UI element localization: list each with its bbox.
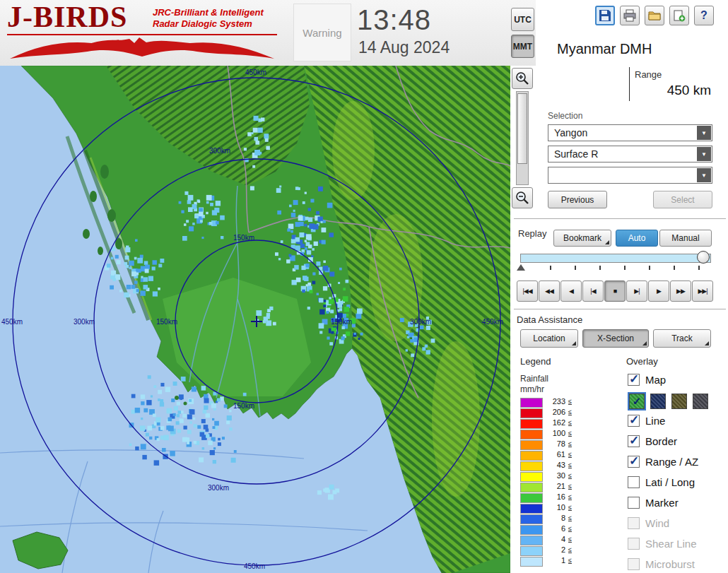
checkbox[interactable] <box>628 497 640 509</box>
range-ring-label: 150km <box>233 402 254 410</box>
checkbox[interactable] <box>628 374 640 386</box>
overlay-item-wind[interactable]: Wind <box>628 516 728 536</box>
range-ring-label: 450km <box>244 562 265 570</box>
extra-dropdown[interactable]: ▼ <box>548 167 712 184</box>
bookmark-button[interactable]: Bookmark <box>553 230 611 247</box>
overlay-item-range-az[interactable]: Range / AZ <box>628 454 728 475</box>
replay-slider-thumb[interactable] <box>697 251 710 264</box>
zoom-in-button[interactable] <box>512 68 533 89</box>
legend-row: 8≤ <box>520 514 605 524</box>
checkbox[interactable] <box>628 538 640 550</box>
overlay-item-lati-long[interactable]: Lati / Long <box>628 475 728 495</box>
site-dropdown-value: Yangon <box>554 127 587 138</box>
legend-color-swatch <box>520 461 543 471</box>
playback-button-2[interactable]: ◀ <box>560 280 582 302</box>
legend-value: 206 <box>547 408 565 416</box>
zoom-out-button[interactable] <box>512 187 533 208</box>
print-button[interactable] <box>620 6 640 25</box>
open-button[interactable] <box>645 6 664 25</box>
chevron-down-icon[interactable]: ▼ <box>697 126 711 140</box>
chevron-down-icon[interactable]: ▼ <box>697 147 711 161</box>
legend-value: 1 <box>547 556 565 565</box>
range-value: 450 km <box>621 83 711 98</box>
clock-time: 13:48 <box>357 4 431 36</box>
replay-slider-track[interactable] <box>520 254 711 263</box>
legend-value: 21 <box>547 482 565 490</box>
legend-scale: 233≤206≤162≤100≤78≤61≤43≤30≤21≤16≤10≤8≤6… <box>520 397 605 567</box>
slider-tick <box>575 266 576 270</box>
legend-lte-sign: ≤ <box>568 546 572 553</box>
select-button[interactable]: Select <box>653 191 712 208</box>
legend-color-swatch <box>520 493 543 503</box>
playback-controls: |◀◀◀◀◀|◀■▶|▶▶▶▶▶| <box>517 280 716 302</box>
data-assistance-label: Data Assistance <box>517 314 582 325</box>
range-ring-label: 150km <box>233 234 254 242</box>
previous-button[interactable]: Previous <box>548 191 607 208</box>
chevron-down-icon[interactable]: ▼ <box>697 168 711 182</box>
radar-map[interactable]: 450km300km150km450km300km150km150km300km… <box>0 66 510 573</box>
overlay-item-marker[interactable]: Marker <box>628 495 728 516</box>
utc-button[interactable]: UTC <box>511 8 534 31</box>
playback-button-6[interactable]: ▶ <box>648 280 669 302</box>
range-ring-label: 150km <box>156 318 177 326</box>
auto-button[interactable]: Auto <box>616 230 658 247</box>
warning-label: Warning <box>303 27 341 39</box>
legend-lte-sign: ≤ <box>568 440 572 447</box>
legend-lte-sign: ≤ <box>568 514 572 521</box>
legend-lte-sign: ≤ <box>568 408 572 415</box>
map-style-dark-gray[interactable] <box>693 394 708 409</box>
checkbox[interactable] <box>628 415 640 427</box>
mmt-button[interactable]: MMT <box>511 35 534 58</box>
location-button[interactable]: Location <box>520 329 578 348</box>
checkbox[interactable] <box>628 517 640 529</box>
legend-color-swatch <box>520 546 543 556</box>
legend-lte-sign: ≤ <box>568 536 572 543</box>
site-dropdown[interactable]: Yangon ▼ <box>548 124 712 141</box>
playback-button-1[interactable]: ◀◀ <box>539 280 560 302</box>
legend-unit-line1: Rainfall <box>520 374 548 384</box>
playback-button-3[interactable]: |◀ <box>582 280 604 302</box>
export-button[interactable] <box>669 6 689 25</box>
legend-lte-sign: ≤ <box>568 430 572 437</box>
save-button[interactable] <box>595 6 615 25</box>
playback-button-4[interactable]: ■ <box>604 280 626 302</box>
warning-indicator[interactable]: Warning <box>293 4 351 61</box>
legend-value: 16 <box>547 492 565 501</box>
print-icon <box>623 9 636 22</box>
overlay-item-border[interactable]: Border <box>628 434 728 454</box>
checkbox[interactable] <box>628 558 640 570</box>
legend-color-swatch <box>520 440 543 450</box>
overlay-item-shear-line[interactable]: Shear Line <box>628 536 728 557</box>
legend-row: 233≤ <box>520 397 605 408</box>
checkbox[interactable] <box>628 435 640 447</box>
overlay-item-map[interactable]: Map <box>628 372 728 393</box>
checkbox[interactable] <box>628 476 640 488</box>
overlay-item-microburst[interactable]: Microburst <box>628 557 728 573</box>
legend-value: 233 <box>547 397 565 406</box>
legend-color-swatch <box>520 398 543 408</box>
playback-button-5[interactable]: ▶| <box>626 280 647 302</box>
station-title: Myanmar DMH <box>557 41 652 57</box>
legend-color-swatch <box>520 536 543 545</box>
help-button[interactable]: ? <box>694 6 714 25</box>
map-style-navy[interactable] <box>650 394 666 409</box>
map-style-green[interactable]: ✓ <box>629 394 645 409</box>
range-ring-label: 450km <box>1 318 23 326</box>
legend-row: 162≤ <box>520 418 605 429</box>
overlay-item-line[interactable]: Line <box>628 413 728 434</box>
product-dropdown[interactable]: Surface R ▼ <box>548 146 712 163</box>
legend-lte-sign: ≤ <box>568 525 572 532</box>
xsection-button[interactable]: X-Section <box>582 329 649 348</box>
playback-button-8[interactable]: ▶▶| <box>692 280 713 302</box>
zoom-slider-thumb[interactable] <box>517 93 527 164</box>
playback-button-7[interactable]: ▶▶ <box>670 280 691 302</box>
overlay-item-label: Marker <box>645 497 679 509</box>
map-style-olive[interactable] <box>671 394 687 409</box>
legend-color-swatch <box>520 430 543 439</box>
track-button[interactable]: Track <box>653 329 711 348</box>
legend-value: 6 <box>547 524 565 533</box>
range-ring-label: 150km <box>331 318 352 326</box>
playback-button-0[interactable]: |◀◀ <box>517 280 538 302</box>
checkbox[interactable] <box>628 456 640 468</box>
manual-button[interactable]: Manual <box>659 230 712 247</box>
